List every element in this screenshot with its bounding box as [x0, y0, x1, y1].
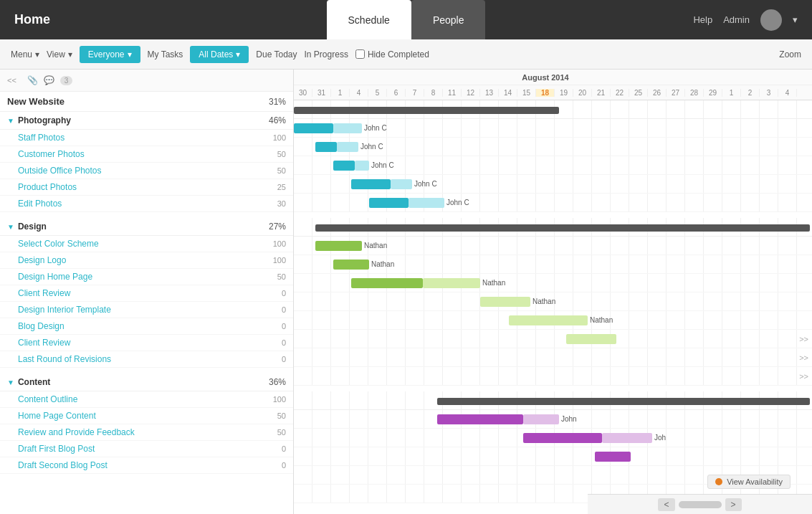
task-pct: 0 [282, 444, 286, 453]
avatar[interactable] [760, 9, 782, 31]
gantt-grid-col [312, 311, 331, 329]
gantt-grid-col [406, 119, 424, 137]
group-arrow-photography: ▼ [7, 117, 14, 125]
gantt-grid-col [443, 485, 462, 503]
gantt-grid-col [312, 485, 331, 503]
task-client-review1[interactable]: Client Review [18, 288, 70, 298]
group-design[interactable]: ▼ Design 27% [0, 218, 293, 236]
gantt-day-31: 31 [312, 89, 331, 97]
gantt-grid-col [760, 255, 778, 273]
hide-completed-label[interactable]: Hide Completed [355, 49, 429, 60]
avatar-dropdown[interactable]: ▾ [793, 14, 798, 25]
gantt-grid-col [294, 447, 312, 465]
gantt-grid-col [406, 466, 424, 484]
task-edit-photos[interactable]: Edit Photos [18, 199, 62, 209]
gantt-grid-col [722, 274, 741, 292]
gantt-grid-col [368, 429, 387, 447]
gantt-bar-label: Nathan [371, 260, 394, 268]
task-draft-second-blog[interactable]: Draft Second Blog Post [18, 460, 108, 470]
everyone-button[interactable]: Everyone ▾ [80, 46, 140, 63]
task-pct: 100 [273, 395, 286, 404]
gantt-grid-col [648, 311, 667, 329]
task-content-outline[interactable]: Content Outline [18, 394, 77, 404]
gantt-grid-col [722, 429, 741, 447]
tab-people[interactable]: People [411, 0, 486, 39]
gantt-grid-col [517, 447, 536, 465]
gantt-grid-col [778, 175, 797, 193]
gantt-grid-col [741, 292, 760, 310]
hide-completed-checkbox[interactable] [355, 49, 365, 59]
nav-back-button[interactable]: << [7, 76, 16, 85]
task-design-interior[interactable]: Design Interior Template [18, 305, 111, 315]
task-product-photos[interactable]: Product Photos [18, 182, 77, 192]
menu-button[interactable]: Menu ▾ [11, 49, 39, 60]
gantt-grid-col [704, 311, 722, 329]
task-blog-design[interactable]: Blog Design [18, 321, 65, 331]
task-design-logo[interactable]: Design Logo [18, 255, 66, 265]
due-today-button[interactable]: Due Today [256, 49, 297, 60]
gantt-grid-col [685, 466, 704, 484]
gantt-grid-col [648, 138, 667, 156]
gantt-grid-col [667, 429, 685, 447]
project-name: New Website [7, 96, 65, 107]
gantt-grid-col [406, 330, 424, 348]
gantt-day-4: 4 [778, 89, 797, 97]
task-customer-photos[interactable]: Customer Photos [18, 149, 85, 159]
gantt-grid-col [387, 311, 406, 329]
task-outside-office[interactable]: Outside Office Photos [18, 166, 102, 176]
scroll-left-button[interactable]: < [658, 498, 674, 511]
scrollbar-thumb[interactable] [679, 501, 722, 508]
task-design-home[interactable]: Design Home Page [18, 272, 92, 282]
attachment-icon[interactable]: 📎 [27, 75, 38, 85]
gantt-grid-col [480, 194, 499, 211]
gantt-row [294, 391, 812, 410]
gantt-grid-col [741, 330, 760, 348]
task-home-page-content[interactable]: Home Page Content [18, 411, 96, 421]
gantt-grid-col [406, 485, 424, 503]
tab-schedule[interactable]: Schedule [327, 0, 411, 39]
gantt-grid-col [592, 348, 611, 366]
view-button[interactable]: View ▾ [47, 49, 72, 60]
task-review-feedback[interactable]: Review and Provide Feedback [18, 427, 135, 437]
all-dates-button[interactable]: All Dates ▾ [190, 46, 249, 63]
scroll-right-button[interactable]: > [725, 498, 742, 511]
task-select-color[interactable]: Select Color Scheme [18, 239, 99, 249]
gantt-grid-col [648, 447, 667, 465]
gantt-grid-col [778, 330, 797, 348]
task-client-review2[interactable]: Client Review [18, 338, 70, 348]
gantt-grid-col [611, 292, 629, 310]
project-row: New Website 31% [0, 92, 293, 112]
gantt-grid-col [462, 348, 480, 366]
gantt-grid-col [312, 330, 331, 348]
gantt-grid-col [350, 367, 368, 385]
view-availability-button[interactable]: View Availability [707, 475, 790, 489]
gantt-bar [315, 224, 810, 232]
task-draft-first-blog[interactable]: Draft First Blog Post [18, 444, 95, 454]
gantt-grid-col [741, 156, 760, 174]
task-staff-photos[interactable]: Staff Photos [18, 133, 65, 143]
gantt-grid-col [462, 292, 480, 310]
group-content[interactable]: ▼ Content 36% [0, 373, 293, 391]
gantt-grid-col [555, 367, 573, 385]
gantt-grid-col [760, 348, 778, 366]
gantt-grid-col [424, 429, 443, 447]
gantt-grid-col [760, 194, 778, 211]
gantt-grid-col [704, 255, 722, 273]
in-progress-button[interactable]: In Progress [305, 49, 348, 60]
gantt-grid-col [629, 292, 648, 310]
gantt-grid-col [760, 429, 778, 447]
toolbar: Menu ▾ View ▾ Everyone ▾ My Tasks All Da… [0, 39, 812, 70]
gantt-grid-col [611, 410, 629, 428]
task-last-round[interactable]: Last Round of Revisions [18, 354, 111, 364]
gantt-grid-col [480, 237, 499, 254]
help-link[interactable]: Help [693, 14, 712, 25]
group-photography[interactable]: ▼ Photography 46% [0, 112, 293, 130]
gantt-row: Nathan [294, 274, 812, 292]
comment-icon[interactable]: 💬 [44, 75, 54, 85]
my-tasks-button[interactable]: My Tasks [148, 49, 183, 60]
gantt-grid-col [741, 175, 760, 193]
gantt-grid-col [704, 367, 722, 385]
header-right: Help Admin ▾ [693, 9, 798, 31]
gantt-grid-col [462, 485, 480, 503]
gantt-grid-col [685, 274, 704, 292]
